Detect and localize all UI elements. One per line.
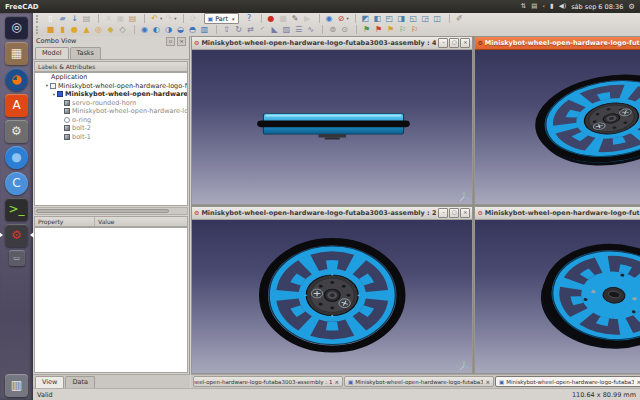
ruled-surface-button[interactable]: ▨	[281, 25, 292, 35]
tab-view[interactable]: View	[35, 376, 64, 388]
firefox-button[interactable]: ◕	[5, 68, 28, 91]
tree-item[interactable]: ▾Miniskybot-wheel-open-hardware-logo-fut…	[35, 82, 187, 91]
terminal-button[interactable]: >_	[5, 198, 28, 221]
shape-builder-button[interactable]: ◇	[117, 25, 128, 35]
open-file-button[interactable]: ▰	[57, 14, 68, 24]
viewport-titlebar-2[interactable]: ⚙ Miniskybot-wheel-open-hardware-logo-fu…	[192, 207, 472, 220]
close-tab-button[interactable]: ×	[334, 379, 339, 385]
defeaturing-button[interactable]: ⚑	[373, 25, 384, 35]
tab-data[interactable]: Data	[65, 376, 95, 388]
sync-indicator-icon[interactable]: ⇅	[521, 0, 526, 13]
system-settings-button[interactable]: ⚙	[5, 120, 28, 143]
save-button[interactable]: ↓	[69, 14, 80, 24]
boolean-cut-button[interactable]: ◐	[151, 25, 162, 35]
chamfer-button[interactable]: ◣	[269, 25, 280, 35]
loft-button[interactable]: ☰	[293, 25, 304, 35]
print-button[interactable]: ▤	[81, 14, 92, 24]
view-axonometric-button[interactable]: ◩	[360, 14, 371, 24]
ubuntu-software-button[interactable]: A	[5, 94, 28, 117]
minimize-button[interactable]: –	[438, 208, 448, 218]
restore-button[interactable]: ▢	[449, 208, 459, 218]
paste-button[interactable]: ▤	[127, 14, 138, 24]
bluetooth-icon[interactable]: ‹	[542, 0, 545, 13]
window-tab[interactable]: ▣Miniskybot-wheel-open-hardware-logo-fut…	[193, 376, 343, 387]
thickness-button[interactable]: ⊙	[339, 25, 350, 35]
measure-button[interactable]: ✐	[454, 14, 465, 24]
macro-record-button[interactable]: ●	[266, 14, 277, 24]
chromium-button[interactable]: C	[5, 172, 28, 195]
tree-item[interactable]: bolt-1	[35, 133, 187, 142]
part-cone-button[interactable]: ▲	[81, 25, 92, 35]
part-box-button[interactable]: ■	[45, 25, 56, 35]
scrollbar-thumb[interactable]	[36, 209, 169, 213]
boolean-button[interactable]: ◉	[139, 25, 150, 35]
viewport-titlebar-4[interactable]: ⚙ Miniskybot-wheel-open-hardware-logo-fu…	[192, 37, 472, 50]
toolbar-grip[interactable]	[36, 15, 41, 23]
whats-this-button[interactable]: ?	[244, 14, 255, 24]
extrude-button[interactable]: ⇧	[221, 25, 232, 35]
window-tab[interactable]: ▣Miniskybot-wheel-open-hardware-logo-fut…	[495, 376, 640, 387]
viewport-3d-canvas-3[interactable]	[475, 50, 640, 204]
float-panel-button[interactable]: ▫	[166, 37, 175, 46]
fit-all-button[interactable]: ◉	[324, 14, 335, 24]
close-panel-button[interactable]: ×	[177, 37, 186, 46]
viewport-3d-canvas-4[interactable]	[192, 50, 472, 204]
tab-model[interactable]: Model	[35, 47, 69, 59]
cross-sections-button[interactable]: ▥	[199, 25, 210, 35]
freecad-button[interactable]: ⚙	[5, 224, 28, 247]
sweep-button[interactable]: ∿	[305, 25, 316, 35]
view-bottom-button[interactable]: ◲	[420, 14, 431, 24]
undo-button-dropdown[interactable]: ▾	[160, 16, 162, 21]
restore-button[interactable]: ▢	[449, 38, 459, 48]
tree-item[interactable]: servo-rounded-horn	[35, 99, 187, 108]
close-button[interactable]: ×	[460, 38, 470, 48]
minimize-button[interactable]: –	[438, 38, 448, 48]
redo-button-dropdown[interactable]: ▾	[174, 16, 176, 21]
part-torus-button[interactable]: ◎	[93, 25, 104, 35]
mirror-button[interactable]: ⇄	[245, 25, 256, 35]
battery-icon[interactable]: ▮	[550, 0, 554, 13]
viewport-titlebar-3[interactable]: ⚙ Miniskybot-wheel-open-hardware-logo-fu…	[475, 37, 640, 50]
close-tab-button[interactable]: ×	[636, 379, 640, 385]
revolve-button[interactable]: ↻	[233, 25, 244, 35]
view-right-button[interactable]: ◨	[396, 14, 407, 24]
tree-item[interactable]: ▾Miniskybot-wheel-open-hardware-logo-fut…	[35, 90, 187, 99]
property-column-header[interactable]: Property	[35, 217, 95, 226]
view-top-button[interactable]: ◰	[384, 14, 395, 24]
macro-edit-button[interactable]: ✎	[290, 14, 301, 24]
volume-icon[interactable]: ◀)	[559, 0, 567, 13]
combo-view-titlebar[interactable]: Combo View ▫ ×	[33, 36, 189, 46]
part-cylinder-button[interactable]: ▮	[57, 25, 68, 35]
new-file-button[interactable]: ▯	[45, 14, 56, 24]
undo-button[interactable]: ↶	[149, 14, 160, 24]
part-sphere-button[interactable]: ●	[69, 25, 80, 35]
close-button[interactable]: ×	[460, 208, 470, 218]
offset-button[interactable]: ⊚	[327, 25, 338, 35]
tab-tasks[interactable]: Tasks	[70, 47, 101, 59]
boolean-union-button[interactable]: ◑	[163, 25, 174, 35]
attachment-button[interactable]: ⚐	[409, 25, 420, 35]
clock[interactable]: sáb sep 6 08:36	[571, 3, 623, 11]
tree-item[interactable]: o-ring	[35, 116, 187, 125]
migrate-button[interactable]: ⚑	[385, 25, 396, 35]
tree-item[interactable]: Application	[35, 73, 187, 82]
viewport-3d-canvas-1[interactable]	[475, 220, 640, 374]
tree-item[interactable]: Miniskybot-wheel-open-hardware-logo-futa…	[35, 107, 187, 116]
viewport-3d-canvas-2[interactable]	[192, 220, 472, 374]
session-menu-icon[interactable]: ⚙	[628, 2, 635, 11]
close-tab-button[interactable]: ×	[485, 379, 490, 385]
viewport-titlebar-1[interactable]: ⚙ Miniskybot-wheel-open-hardware-logo-fu…	[475, 207, 640, 220]
refine-shape-button[interactable]: ⚐	[397, 25, 408, 35]
part-primitives-button[interactable]: ◆	[105, 25, 116, 35]
view-left-button[interactable]: ◫	[432, 14, 443, 24]
tree-horizontal-scrollbar[interactable]	[34, 207, 188, 215]
trash-button[interactable]: ▥	[5, 374, 28, 397]
boolean-common-button[interactable]: ◒	[175, 25, 186, 35]
dash-home-button[interactable]: ◎	[5, 16, 28, 39]
toolbar-grip[interactable]	[36, 26, 41, 34]
tree-item[interactable]: bolt-2	[35, 124, 187, 133]
workbench-selector[interactable]: ▣ Part ▾	[204, 13, 239, 24]
fillet-button[interactable]: ◜	[257, 25, 268, 35]
draw-style-button[interactable]: ⊘	[336, 14, 347, 24]
extra-app-button[interactable]: ▭	[9, 250, 25, 266]
